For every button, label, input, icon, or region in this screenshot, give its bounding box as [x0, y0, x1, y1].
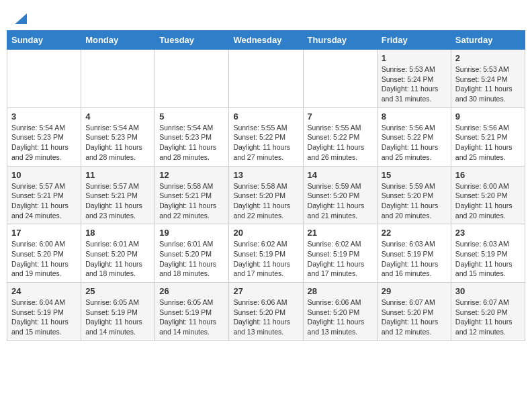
- daylight-text: Daylight: 11 hours and 18 minutes.: [159, 260, 216, 278]
- calendar-cell: 1 Sunrise: 5:53 AM Sunset: 5:24 PM Dayli…: [377, 50, 451, 108]
- day-number: 9: [455, 111, 521, 122]
- day-detail: Sunrise: 5:54 AM Sunset: 5:23 PM Dayligh…: [11, 123, 77, 163]
- calendar-week-row: 1 Sunrise: 5:53 AM Sunset: 5:24 PM Dayli…: [7, 50, 525, 108]
- calendar-week-row: 24 Sunrise: 6:04 AM Sunset: 5:19 PM Dayl…: [7, 283, 525, 341]
- sunset-text: Sunset: 5:20 PM: [382, 191, 434, 199]
- sunrise-text: Sunrise: 6:01 AM: [85, 240, 139, 248]
- sunset-text: Sunset: 5:20 PM: [308, 308, 360, 316]
- sunset-text: Sunset: 5:23 PM: [11, 133, 64, 141]
- svg-marker-0: [15, 13, 27, 24]
- calendar-cell: 14 Sunrise: 5:59 AM Sunset: 5:20 PM Dayl…: [303, 166, 377, 224]
- day-detail: Sunrise: 6:03 AM Sunset: 5:19 PM Dayligh…: [455, 239, 521, 279]
- day-number: 12: [159, 170, 224, 180]
- day-detail: Sunrise: 5:58 AM Sunset: 5:20 PM Dayligh…: [233, 181, 298, 221]
- day-number: 8: [382, 111, 447, 122]
- calendar-cell: 12 Sunrise: 5:58 AM Sunset: 5:21 PM Dayl…: [155, 166, 229, 224]
- sunset-text: Sunset: 5:19 PM: [11, 308, 64, 316]
- sunrise-text: Sunrise: 5:56 AM: [382, 124, 435, 132]
- calendar-cell: 2 Sunrise: 5:53 AM Sunset: 5:24 PM Dayli…: [451, 50, 525, 108]
- day-detail: Sunrise: 6:07 AM Sunset: 5:20 PM Dayligh…: [382, 298, 447, 337]
- calendar-cell: 4 Sunrise: 5:54 AM Sunset: 5:23 PM Dayli…: [81, 107, 155, 166]
- sunrise-text: Sunrise: 5:54 AM: [85, 124, 139, 132]
- day-number: 20: [233, 228, 298, 238]
- sunrise-text: Sunrise: 6:05 AM: [85, 298, 139, 306]
- calendar-cell: 21 Sunrise: 6:02 AM Sunset: 5:19 PM Dayl…: [303, 224, 377, 283]
- sunrise-text: Sunrise: 6:07 AM: [382, 298, 435, 306]
- calendar-cell: 3 Sunrise: 5:54 AM Sunset: 5:23 PM Dayli…: [7, 107, 81, 166]
- sunset-text: Sunset: 5:20 PM: [455, 308, 508, 316]
- calendar-cell: 29 Sunrise: 6:07 AM Sunset: 5:20 PM Dayl…: [377, 283, 451, 341]
- sunset-text: Sunset: 5:22 PM: [308, 133, 360, 141]
- day-detail: Sunrise: 6:06 AM Sunset: 5:20 PM Dayligh…: [233, 298, 298, 337]
- sunrise-text: Sunrise: 6:06 AM: [233, 298, 287, 306]
- day-number: 6: [233, 111, 298, 122]
- daylight-text: Daylight: 11 hours and 20 minutes.: [382, 201, 439, 220]
- day-detail: Sunrise: 6:01 AM Sunset: 5:20 PM Dayligh…: [85, 239, 150, 279]
- day-number: 1: [382, 53, 447, 63]
- day-number: 30: [455, 286, 521, 296]
- day-number: 15: [382, 170, 447, 180]
- day-number: 16: [455, 170, 521, 180]
- sunset-text: Sunset: 5:19 PM: [85, 308, 138, 316]
- daylight-text: Daylight: 11 hours and 26 minutes.: [308, 143, 365, 161]
- calendar-cell: 9 Sunrise: 5:56 AM Sunset: 5:21 PM Dayli…: [451, 107, 525, 166]
- daylight-text: Daylight: 11 hours and 23 minutes.: [85, 201, 142, 220]
- day-number: 11: [85, 170, 150, 180]
- sunset-text: Sunset: 5:20 PM: [233, 308, 285, 316]
- day-number: 28: [308, 286, 373, 296]
- day-detail: Sunrise: 5:57 AM Sunset: 5:21 PM Dayligh…: [85, 181, 150, 221]
- day-number: 13: [233, 170, 298, 180]
- calendar-cell: 17 Sunrise: 6:00 AM Sunset: 5:20 PM Dayl…: [7, 224, 81, 283]
- calendar-cell: [7, 50, 81, 108]
- calendar-cell: 13 Sunrise: 5:58 AM Sunset: 5:20 PM Dayl…: [229, 166, 303, 224]
- sunrise-text: Sunrise: 6:04 AM: [11, 298, 65, 306]
- daylight-text: Daylight: 11 hours and 21 minutes.: [308, 201, 365, 220]
- day-number: 19: [159, 228, 224, 238]
- sunrise-text: Sunrise: 5:54 AM: [11, 124, 65, 132]
- sunrise-text: Sunrise: 5:54 AM: [159, 124, 213, 132]
- day-detail: Sunrise: 6:02 AM Sunset: 5:19 PM Dayligh…: [308, 239, 373, 279]
- calendar-cell: 10 Sunrise: 5:57 AM Sunset: 5:21 PM Dayl…: [7, 166, 81, 224]
- sunrise-text: Sunrise: 5:58 AM: [233, 182, 287, 190]
- day-number: 26: [159, 286, 224, 296]
- day-number: 18: [85, 228, 150, 238]
- calendar-cell: 8 Sunrise: 5:56 AM Sunset: 5:22 PM Dayli…: [377, 107, 451, 166]
- day-detail: Sunrise: 6:00 AM Sunset: 5:20 PM Dayligh…: [455, 181, 521, 221]
- daylight-text: Daylight: 11 hours and 19 minutes.: [11, 260, 69, 278]
- daylight-text: Daylight: 11 hours and 22 minutes.: [159, 201, 216, 220]
- page-header: [7, 7, 525, 25]
- day-detail: Sunrise: 6:07 AM Sunset: 5:20 PM Dayligh…: [455, 298, 521, 337]
- daylight-text: Daylight: 11 hours and 28 minutes.: [159, 143, 216, 161]
- day-detail: Sunrise: 5:59 AM Sunset: 5:20 PM Dayligh…: [382, 181, 447, 221]
- sunrise-text: Sunrise: 6:00 AM: [455, 182, 509, 190]
- sunset-text: Sunset: 5:21 PM: [85, 191, 138, 199]
- day-detail: Sunrise: 6:04 AM Sunset: 5:19 PM Dayligh…: [11, 298, 77, 337]
- weekday-header-wednesday: Wednesday: [229, 31, 303, 50]
- daylight-text: Daylight: 11 hours and 24 minutes.: [11, 201, 69, 220]
- daylight-text: Daylight: 11 hours and 22 minutes.: [233, 201, 290, 220]
- weekday-header-friday: Friday: [377, 31, 451, 50]
- day-detail: Sunrise: 6:01 AM Sunset: 5:20 PM Dayligh…: [159, 239, 224, 279]
- sunrise-text: Sunrise: 6:05 AM: [159, 298, 213, 306]
- daylight-text: Daylight: 11 hours and 25 minutes.: [382, 143, 439, 161]
- calendar-cell: 15 Sunrise: 5:59 AM Sunset: 5:20 PM Dayl…: [377, 166, 451, 224]
- daylight-text: Daylight: 11 hours and 28 minutes.: [85, 143, 142, 161]
- sunrise-text: Sunrise: 5:58 AM: [159, 182, 213, 190]
- daylight-text: Daylight: 11 hours and 16 minutes.: [382, 260, 439, 278]
- calendar-cell: [155, 50, 229, 108]
- day-detail: Sunrise: 5:53 AM Sunset: 5:24 PM Dayligh…: [455, 64, 521, 104]
- day-number: 10: [11, 170, 77, 180]
- sunset-text: Sunset: 5:19 PM: [159, 308, 212, 316]
- daylight-text: Daylight: 11 hours and 17 minutes.: [233, 260, 290, 278]
- sunrise-text: Sunrise: 5:57 AM: [11, 182, 65, 190]
- calendar-week-row: 17 Sunrise: 6:00 AM Sunset: 5:20 PM Dayl…: [7, 224, 525, 283]
- day-number: 7: [308, 111, 373, 122]
- day-detail: Sunrise: 6:03 AM Sunset: 5:19 PM Dayligh…: [382, 239, 447, 279]
- day-number: 22: [382, 228, 447, 238]
- sunset-text: Sunset: 5:19 PM: [308, 250, 360, 258]
- sunset-text: Sunset: 5:24 PM: [455, 75, 508, 83]
- daylight-text: Daylight: 11 hours and 14 minutes.: [159, 318, 216, 336]
- logo: [13, 13, 27, 21]
- day-detail: Sunrise: 5:54 AM Sunset: 5:23 PM Dayligh…: [85, 123, 150, 163]
- calendar-cell: 30 Sunrise: 6:07 AM Sunset: 5:20 PM Dayl…: [451, 283, 525, 341]
